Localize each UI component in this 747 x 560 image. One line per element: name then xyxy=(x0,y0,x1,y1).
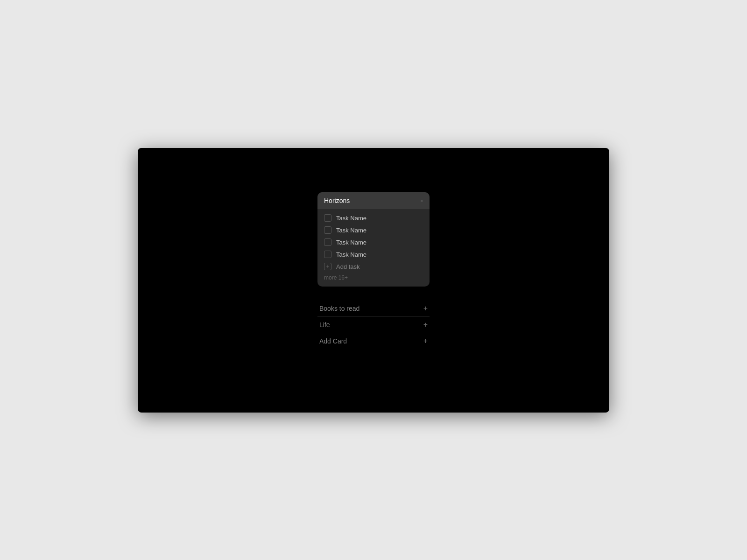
books-to-read-card[interactable]: Books to read + xyxy=(317,301,430,317)
more-label: more 16+ xyxy=(317,273,430,286)
task-checkbox-3[interactable] xyxy=(324,238,331,246)
task-checkbox-2[interactable] xyxy=(324,226,331,234)
horizons-header: Horizons - xyxy=(317,192,430,209)
task-list: Task Name Task Name Task Name Task Name … xyxy=(317,209,430,287)
task-label-4: Task Name xyxy=(336,251,366,258)
life-expand-icon: + xyxy=(423,321,428,329)
task-item: Task Name xyxy=(317,224,430,236)
add-task-icon: + xyxy=(324,263,331,270)
main-screen: Horizons - Task Name Task Name Task Name xyxy=(138,148,609,413)
add-card-icon: + xyxy=(423,337,428,345)
task-checkbox-1[interactable] xyxy=(324,214,331,222)
horizons-title: Horizons xyxy=(324,197,350,204)
task-item: Task Name xyxy=(317,212,430,224)
task-item: Task Name xyxy=(317,248,430,260)
books-to-read-expand-icon: + xyxy=(423,304,428,313)
add-card-label: Add Card xyxy=(319,337,347,345)
life-card[interactable]: Life + xyxy=(317,317,430,333)
add-task-button[interactable]: + Add task xyxy=(317,260,430,273)
books-to-read-label: Books to read xyxy=(319,305,359,312)
task-checkbox-4[interactable] xyxy=(324,251,331,258)
life-label: Life xyxy=(319,321,330,329)
task-label-1: Task Name xyxy=(336,215,366,222)
task-label-2: Task Name xyxy=(336,227,366,234)
task-item: Task Name xyxy=(317,236,430,248)
add-card-button[interactable]: Add Card + xyxy=(317,333,430,349)
collapsed-cards: Books to read + Life + Add Card + xyxy=(317,301,430,349)
add-task-label: Add task xyxy=(336,263,360,270)
horizons-card: Horizons - Task Name Task Name Task Name xyxy=(317,192,430,287)
horizons-collapse-button[interactable]: - xyxy=(421,197,423,204)
content-area: Horizons - Task Name Task Name Task Name xyxy=(317,192,430,349)
task-label-3: Task Name xyxy=(336,239,366,246)
